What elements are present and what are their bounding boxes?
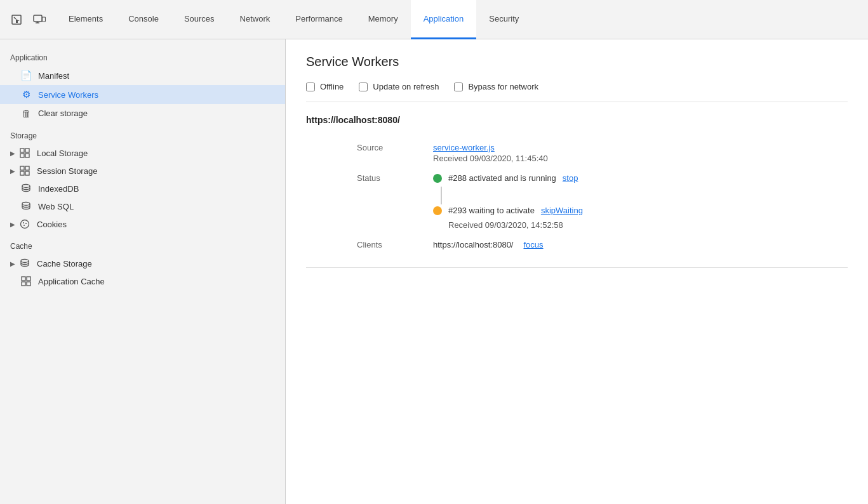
expand-arrow-cache-storage: ▶: [10, 260, 15, 267]
checkbox-offline-input[interactable]: [306, 83, 315, 91]
expand-arrow-cookies: ▶: [10, 221, 15, 228]
svg-rect-7: [20, 149, 24, 152]
sidebar-item-manifest[interactable]: 📄 Manifest: [0, 66, 285, 85]
stop-link[interactable]: stop: [563, 173, 578, 183]
sw-detail-grid: Source service-worker.js Received 09/03/…: [357, 138, 848, 255]
status-active-text: #288 activated and is running: [448, 173, 556, 183]
sidebar-item-indexeddb[interactable]: IndexedDB: [0, 180, 285, 197]
svg-rect-24: [22, 282, 25, 286]
expand-arrow-session-storage: ▶: [10, 168, 15, 175]
tab-performance[interactable]: Performance: [283, 0, 355, 39]
db-icon-web-sql: [20, 201, 32, 211]
cookie-icon: [19, 219, 30, 229]
svg-rect-23: [27, 277, 30, 281]
status-waiting-received: Received 09/03/2020, 14:52:58: [448, 220, 848, 230]
svg-rect-13: [20, 171, 24, 175]
grid-icon-local-storage: [19, 148, 30, 158]
sidebar-item-cookies[interactable]: ▶ Cookies: [0, 215, 285, 233]
svg-rect-14: [25, 171, 29, 175]
svg-point-17: [21, 220, 29, 229]
status-active-row: #288 activated and is running stop: [433, 173, 848, 183]
svg-point-16: [22, 202, 30, 206]
devtools-icons: [0, 11, 56, 29]
skip-waiting-link[interactable]: skipWaiting: [541, 206, 583, 215]
sidebar-item-cache-storage[interactable]: ▶ Cache Storage: [0, 255, 285, 272]
status-connector-line: [441, 187, 442, 204]
svg-point-20: [23, 225, 25, 226]
tab-application[interactable]: Application: [411, 0, 477, 39]
clients-value: https://localhost:8080/ focus: [433, 235, 848, 255]
sw-url: https://localhost:8080/: [306, 115, 848, 125]
svg-rect-25: [27, 282, 30, 286]
page-title: Service Workers: [306, 55, 848, 69]
sidebar: Application 📄 Manifest ⚙ Service Workers…: [0, 39, 286, 504]
status-connector-area: [433, 185, 848, 206]
tab-elements[interactable]: Elements: [56, 0, 116, 39]
tab-memory[interactable]: Memory: [356, 0, 411, 39]
svg-point-21: [21, 260, 29, 263]
gear-icon: ⚙: [20, 89, 32, 100]
svg-rect-11: [20, 166, 24, 170]
svg-rect-10: [25, 154, 29, 157]
sidebar-item-session-storage[interactable]: ▶ Session Storage: [0, 162, 285, 180]
svg-point-18: [23, 222, 24, 223]
checkbox-row: Offline Update on refresh Bypass for net…: [306, 82, 848, 102]
status-waiting-text: #293 waiting to activate: [448, 206, 535, 215]
svg-rect-3: [34, 15, 42, 22]
tab-network[interactable]: Network: [227, 0, 283, 39]
expand-arrow-local-storage: ▶: [10, 150, 15, 157]
svg-point-15: [22, 185, 30, 188]
db-icon-cache-storage: [19, 258, 30, 269]
tab-security[interactable]: Security: [476, 0, 531, 39]
device-toggle-icon[interactable]: [30, 11, 48, 29]
clients-label: Clients: [357, 235, 433, 255]
svg-line-1: [14, 17, 16, 19]
clients-url: https://localhost:8080/: [433, 240, 513, 249]
cursor-icon[interactable]: [8, 11, 25, 29]
grid-icon-app-cache: [20, 276, 32, 286]
main-layout: Application 📄 Manifest ⚙ Service Workers…: [0, 39, 868, 504]
sidebar-item-service-workers[interactable]: ⚙ Service Workers: [0, 85, 285, 104]
grid-icon-session-storage: [19, 166, 30, 176]
sidebar-section-application: Application: [0, 44, 285, 66]
content-area: Service Workers Offline Update on refres…: [286, 39, 868, 504]
sidebar-item-local-storage[interactable]: ▶ Local Storage: [0, 144, 285, 162]
status-dot-green: [433, 174, 442, 183]
tab-bar: Elements Console Sources Network Perform…: [0, 0, 868, 39]
sidebar-item-web-sql[interactable]: Web SQL: [0, 197, 285, 215]
svg-rect-8: [25, 149, 29, 152]
svg-point-19: [25, 223, 27, 224]
trash-icon: 🗑: [20, 108, 32, 119]
checkbox-update-on-refresh[interactable]: Update on refresh: [359, 82, 439, 91]
svg-marker-2: [16, 19, 20, 23]
checkbox-bypass-input[interactable]: [454, 83, 463, 91]
checkbox-update-on-refresh-input[interactable]: [359, 83, 368, 91]
checkbox-bypass-for-network[interactable]: Bypass for network: [454, 82, 538, 91]
status-dot-orange: [433, 206, 442, 215]
svg-rect-12: [25, 166, 29, 170]
svg-rect-4: [43, 17, 46, 22]
source-value: service-worker.js Received 09/03/2020, 1…: [433, 138, 848, 168]
sidebar-item-application-cache[interactable]: Application Cache: [0, 272, 285, 290]
source-label: Source: [357, 138, 433, 157]
status-label: Status: [357, 168, 433, 188]
sidebar-section-storage: Storage: [0, 123, 285, 144]
status-section: #288 activated and is running stop #293 …: [433, 168, 848, 235]
db-icon-indexeddb: [20, 183, 32, 194]
sidebar-item-clear-storage[interactable]: 🗑 Clear storage: [0, 104, 285, 123]
tab-console[interactable]: Console: [116, 0, 171, 39]
sidebar-section-cache: Cache: [0, 233, 285, 255]
status-waiting-row: #293 waiting to activate skipWaiting: [433, 206, 848, 215]
svg-rect-22: [22, 277, 25, 281]
file-icon: 📄: [20, 70, 32, 81]
content-divider: [306, 267, 848, 268]
received-date: Received 09/03/2020, 11:45:40: [433, 154, 848, 163]
source-link[interactable]: service-worker.js: [433, 143, 495, 152]
focus-link[interactable]: focus: [523, 240, 543, 249]
svg-rect-9: [20, 154, 24, 157]
tab-sources[interactable]: Sources: [171, 0, 227, 39]
checkbox-offline[interactable]: Offline: [306, 82, 344, 91]
